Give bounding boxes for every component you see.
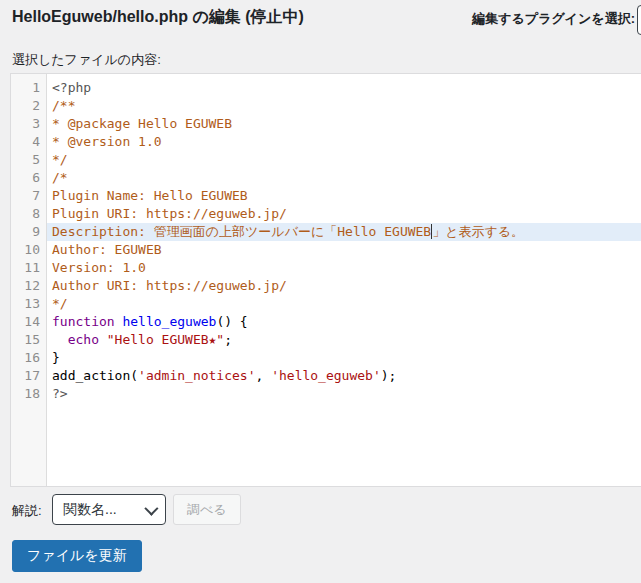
file-content-label: 選択したファイルの内容: bbox=[12, 51, 161, 69]
line-number: 18 bbox=[11, 385, 47, 403]
code-line-content[interactable]: function hello_eguweb() { bbox=[47, 313, 641, 331]
code-token-plain bbox=[99, 332, 107, 347]
code-line-15[interactable]: 15 echo "Hello EGUWEB★"; bbox=[11, 331, 641, 349]
code-token-comment: Description: 管理画面の上部ツールバーに「Hello EGUWEB bbox=[52, 224, 431, 239]
code-token-comment: Author: EGUWEB bbox=[52, 242, 162, 257]
code-line-content[interactable]: echo "Hello EGUWEB★"; bbox=[47, 331, 641, 349]
line-number: 6 bbox=[11, 169, 47, 187]
chevron-down-icon bbox=[144, 501, 158, 515]
code-token-comment: Author URI: https://eguweb.jp/ bbox=[52, 278, 287, 293]
code-token-def: hello_eguweb bbox=[122, 314, 216, 329]
code-token-keyword: echo bbox=[68, 332, 99, 347]
lookup-button[interactable]: 調べる bbox=[173, 494, 241, 525]
code-line-content[interactable]: <?php bbox=[47, 79, 641, 97]
code-line-16[interactable]: 16} bbox=[11, 349, 641, 367]
code-line-1[interactable]: 1<?php bbox=[11, 79, 641, 97]
code-token-comment: /** bbox=[52, 98, 75, 113]
code-line-content[interactable]: /* bbox=[47, 169, 641, 187]
code-token-plain: add_action( bbox=[52, 368, 138, 383]
code-line-content[interactable]: * @package Hello EGUWEB bbox=[47, 115, 641, 133]
code-line-content[interactable]: Plugin URI: https://eguweb.jp/ bbox=[47, 205, 641, 223]
code-line-2[interactable]: 2/** bbox=[11, 97, 641, 115]
line-number: 14 bbox=[11, 313, 47, 331]
code-line-10[interactable]: 10Author: EGUWEB bbox=[11, 241, 641, 259]
page-title: HelloEguweb/hello.php の編集 (停止中) bbox=[12, 7, 304, 28]
plugin-editor-page: HelloEguweb/hello.php の編集 (停止中) 編集するプラグイ… bbox=[0, 0, 641, 583]
code-line-12[interactable]: 12Author URI: https://eguweb.jp/ bbox=[11, 277, 641, 295]
code-line-content[interactable]: */ bbox=[47, 151, 641, 169]
line-number: 8 bbox=[11, 205, 47, 223]
code-token-plain: } bbox=[52, 350, 60, 365]
code-token-comment: 」と表示する。 bbox=[432, 224, 524, 239]
code-lines[interactable]: 1<?php2/**3* @package Hello EGUWEB4* @ve… bbox=[11, 74, 641, 403]
code-token-plain: ; bbox=[224, 332, 232, 347]
code-line-11[interactable]: 11Version: 1.0 bbox=[11, 259, 641, 277]
code-line-3[interactable]: 3* @package Hello EGUWEB bbox=[11, 115, 641, 133]
code-token-comment: Plugin Name: Hello EGUWEB bbox=[52, 188, 248, 203]
code-line-4[interactable]: 4* @version 1.0 bbox=[11, 133, 641, 151]
line-number: 15 bbox=[11, 331, 47, 349]
documentation-select[interactable]: 関数名... bbox=[52, 494, 166, 525]
code-line-content[interactable]: Description: 管理画面の上部ツールバーに「Hello EGUWEB」… bbox=[47, 223, 641, 241]
code-line-7[interactable]: 7Plugin Name: Hello EGUWEB bbox=[11, 187, 641, 205]
code-line-6[interactable]: 6/* bbox=[11, 169, 641, 187]
line-number: 17 bbox=[11, 367, 47, 385]
code-line-9[interactable]: 9Description: 管理画面の上部ツールバーに「Hello EGUWEB… bbox=[11, 223, 641, 241]
code-editor[interactable]: 1<?php2/**3* @package Hello EGUWEB4* @ve… bbox=[10, 73, 641, 487]
code-token-meta: <?php bbox=[52, 80, 91, 95]
code-token-plain bbox=[52, 332, 68, 347]
code-token-comment: /* bbox=[52, 170, 68, 185]
line-number: 5 bbox=[11, 151, 47, 169]
code-token-comment: */ bbox=[52, 152, 68, 167]
code-line-18[interactable]: 18?> bbox=[11, 385, 641, 403]
code-line-14[interactable]: 14function hello_eguweb() { bbox=[11, 313, 641, 331]
code-token-keyword: function bbox=[52, 314, 115, 329]
code-token-string: "Hello EGUWEB★" bbox=[107, 332, 224, 347]
code-line-content[interactable]: */ bbox=[47, 295, 641, 313]
code-token-meta: ?> bbox=[52, 386, 68, 401]
code-line-content[interactable]: } bbox=[47, 349, 641, 367]
code-token-comment: * @package Hello EGUWEB bbox=[52, 116, 232, 131]
code-line-content[interactable]: Author: EGUWEB bbox=[47, 241, 641, 259]
line-number: 1 bbox=[11, 79, 47, 97]
code-token-comment: Plugin URI: https://eguweb.jp/ bbox=[52, 206, 287, 221]
line-number: 13 bbox=[11, 295, 47, 313]
code-token-plain: , bbox=[256, 368, 272, 383]
update-file-button[interactable]: ファイルを更新 bbox=[12, 540, 142, 572]
code-token-string: 'admin_notices' bbox=[138, 368, 255, 383]
line-number: 3 bbox=[11, 115, 47, 133]
plugin-select[interactable] bbox=[637, 5, 641, 35]
code-line-5[interactable]: 5*/ bbox=[11, 151, 641, 169]
code-token-comment: * @version 1.0 bbox=[52, 134, 162, 149]
code-line-content[interactable]: Version: 1.0 bbox=[47, 259, 641, 277]
line-number: 11 bbox=[11, 259, 47, 277]
plugin-select-label: 編集するプラグインを選択: bbox=[472, 10, 635, 28]
code-line-content[interactable]: * @version 1.0 bbox=[47, 133, 641, 151]
line-number: 12 bbox=[11, 277, 47, 295]
line-number: 16 bbox=[11, 349, 47, 367]
code-line-8[interactable]: 8Plugin URI: https://eguweb.jp/ bbox=[11, 205, 641, 223]
code-line-content[interactable]: /** bbox=[47, 97, 641, 115]
line-number: 2 bbox=[11, 97, 47, 115]
code-token-plain: ); bbox=[381, 368, 397, 383]
code-token-comment: Version: 1.0 bbox=[52, 260, 146, 275]
documentation-label: 解説: bbox=[12, 502, 42, 520]
code-token-comment: */ bbox=[52, 296, 68, 311]
line-number: 4 bbox=[11, 133, 47, 151]
code-line-content[interactable]: Author URI: https://eguweb.jp/ bbox=[47, 277, 641, 295]
documentation-select-value: 関数名... bbox=[63, 501, 145, 519]
line-number: 7 bbox=[11, 187, 47, 205]
code-line-content[interactable]: ?> bbox=[47, 385, 641, 403]
line-number: 9 bbox=[11, 223, 47, 241]
line-number: 10 bbox=[11, 241, 47, 259]
code-line-13[interactable]: 13*/ bbox=[11, 295, 641, 313]
code-line-content[interactable]: Plugin Name: Hello EGUWEB bbox=[47, 187, 641, 205]
code-line-17[interactable]: 17add_action('admin_notices', 'hello_egu… bbox=[11, 367, 641, 385]
code-line-content[interactable]: add_action('admin_notices', 'hello_eguwe… bbox=[47, 367, 641, 385]
code-token-plain: () { bbox=[216, 314, 247, 329]
code-token-string: 'hello_eguweb' bbox=[271, 368, 381, 383]
